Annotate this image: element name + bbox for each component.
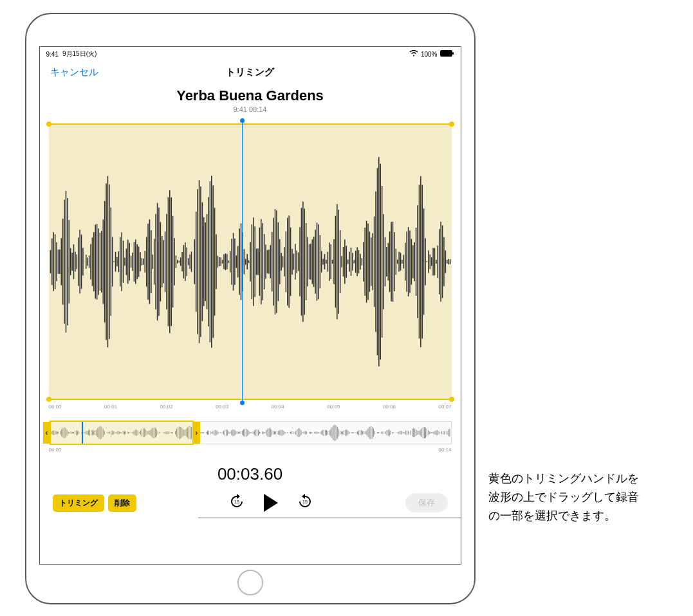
overview-end: 00:14 — [438, 447, 451, 453]
playhead[interactable] — [242, 121, 243, 403]
tick: 00:06 — [383, 404, 396, 410]
wifi-icon — [409, 50, 418, 58]
svg-text:15: 15 — [234, 500, 239, 504]
ipad-device-frame: 9:41 9月15日(火) 100% キャンセル トリミング — [25, 13, 476, 604]
callout-line1: 黄色のトリミングハンドルを — [488, 472, 639, 485]
controls: トリミング 削除 15 15 保存 — [40, 484, 461, 512]
cancel-button[interactable]: キャンセル — [50, 66, 98, 78]
trim-button[interactable]: トリミング — [53, 494, 104, 512]
battery-icon — [440, 50, 454, 58]
delete-button[interactable]: 削除 — [108, 494, 136, 512]
status-date: 9月15日(火) — [62, 50, 97, 59]
callout-line2: 波形の上でドラッグして録音 — [488, 491, 639, 503]
screen: 9:41 9月15日(火) 100% キャンセル トリミング — [39, 46, 461, 565]
overview-times: 00:00 00:14 — [49, 447, 452, 453]
recording-subtitle: 9:41 00:14 — [40, 105, 461, 113]
tick: 00:01 — [104, 404, 117, 410]
recording-title: Yerba Buena Gardens — [40, 87, 461, 104]
svg-rect-0 — [440, 50, 452, 57]
tick: 00:00 — [49, 404, 62, 410]
overview-playhead[interactable] — [82, 422, 83, 444]
tick: 00:04 — [272, 404, 284, 410]
svg-rect-1 — [452, 52, 454, 55]
svg-text:15: 15 — [302, 500, 308, 504]
save-button[interactable]: 保存 — [405, 493, 448, 512]
waveform-svg — [49, 125, 452, 399]
status-bar: 9:41 9月15日(火) 100% — [40, 47, 461, 61]
nav-bar: キャンセル トリミング — [40, 61, 461, 84]
trim-handle-right[interactable]: › — [192, 422, 200, 444]
home-button[interactable] — [237, 570, 263, 595]
nav-title: トリミング — [226, 66, 274, 78]
play-button[interactable] — [264, 494, 278, 512]
waveform-main[interactable] — [49, 123, 452, 400]
overview-start: 00:00 — [49, 447, 62, 453]
timer: 00:03.60 — [40, 464, 461, 484]
trim-selection[interactable]: ‹ › — [50, 421, 194, 445]
callout-line — [198, 518, 461, 518]
recording-header: Yerba Buena Gardens 9:41 00:14 — [40, 84, 461, 116]
tick: 00:05 — [327, 404, 340, 410]
skip-back-15-icon[interactable]: 15 — [229, 494, 245, 512]
tick: 00:02 — [160, 404, 173, 410]
tick: 00:07 — [438, 404, 451, 410]
callout-line3: の一部を選択できます。 — [488, 509, 616, 522]
battery-percent: 100% — [421, 51, 438, 58]
tick: 00:03 — [216, 404, 228, 410]
waveform-overview[interactable]: ‹ › — [49, 421, 452, 444]
status-time: 9:41 — [46, 51, 59, 58]
trim-handle-left[interactable]: ‹ — [43, 422, 51, 444]
skip-forward-15-icon[interactable]: 15 — [297, 494, 313, 512]
time-ticks: 00:00 00:01 00:02 00:03 00:04 00:05 00:0… — [49, 404, 452, 410]
callout-text: 黄色のトリミングハンドルを 波形の上でドラッグして録音 の一部を選択できます。 — [488, 469, 669, 525]
